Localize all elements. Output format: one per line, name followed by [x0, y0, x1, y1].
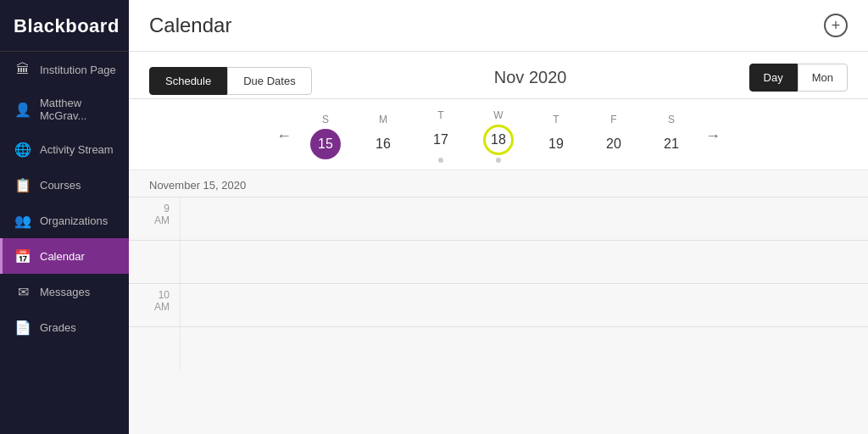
prev-week-button[interactable]: ← [267, 120, 301, 153]
day-dot-17 [438, 158, 443, 163]
sidebar-label-courses: Courses [40, 179, 81, 192]
organizations-icon: 👥 [14, 212, 31, 229]
tab-group-left: ScheduleDue Dates [149, 67, 312, 95]
time-slot-1[interactable] [180, 241, 868, 283]
sidebar-item-calendar[interactable]: 📅 Calendar [0, 238, 129, 274]
day-num-19[interactable]: 19 [541, 129, 571, 159]
tab-due-dates[interactable]: Due Dates [227, 67, 311, 95]
tab-schedule[interactable]: Schedule [149, 67, 227, 95]
main-content: Calendar + ScheduleDue Dates Nov 2020 Da… [129, 0, 868, 434]
week-days: S15M16T17W18T19F20S21 [301, 109, 696, 163]
sidebar-item-grades[interactable]: 📄 Grades [0, 309, 129, 345]
grades-icon: 📄 [14, 319, 31, 336]
sidebar-item-institution[interactable]: 🏛 Institution Page [0, 52, 129, 87]
day-col-21: S21 [647, 114, 696, 159]
sidebar-label-institution: Institution Page [40, 64, 116, 76]
sidebar-item-messages[interactable]: ✉ Messages [0, 274, 129, 309]
time-label-0: 9 AM [129, 198, 180, 226]
day-num-15[interactable]: 15 [310, 129, 341, 159]
courses-icon: 📋 [14, 176, 31, 193]
sidebar-title: Blackboard [14, 15, 120, 36]
day-num-21[interactable]: 21 [656, 129, 687, 159]
sidebar-item-courses[interactable]: 📋 Courses [0, 167, 129, 203]
view-btn-month[interactable]: Mon [798, 64, 848, 92]
tab-group-right: DayMon [749, 64, 848, 98]
day-name-19: T [553, 114, 559, 125]
time-slot-0[interactable] [180, 198, 868, 240]
page-title: Calendar [149, 14, 231, 37]
add-event-button[interactable]: + [824, 14, 848, 37]
time-label-3 [129, 327, 180, 332]
time-slot-3[interactable] [180, 327, 868, 370]
sidebar-item-user[interactable]: 👤 Matthew McGrav... [0, 87, 129, 131]
day-num-18[interactable]: 18 [483, 125, 514, 155]
day-name-17: T [437, 109, 443, 121]
month-year-label: Nov 2020 [494, 68, 567, 87]
view-btn-day[interactable]: Day [749, 64, 798, 92]
time-label-1 [129, 241, 180, 246]
activity-icon: 🌐 [14, 141, 31, 158]
day-name-20: F [610, 114, 616, 125]
day-name-15: S [322, 114, 329, 125]
sidebar-header: Blackboard [0, 0, 129, 52]
time-row-0: 9 AM [129, 197, 868, 240]
time-row-1 [129, 240, 868, 283]
sidebar-label-user: Matthew McGrav... [40, 97, 117, 122]
day-name-16: M [379, 114, 387, 125]
top-bar: Calendar + [129, 0, 868, 52]
day-name-21: S [668, 114, 675, 125]
day-col-16: M16 [359, 114, 408, 159]
sidebar-label-messages: Messages [40, 286, 90, 298]
sidebar-label-activity: Activity Stream [40, 143, 114, 156]
institution-icon: 🏛 [14, 61, 31, 78]
time-row-3 [129, 326, 868, 370]
day-col-15: S15 [301, 114, 350, 159]
day-col-18: W18 [474, 109, 523, 163]
day-num-16[interactable]: 16 [368, 129, 398, 159]
sidebar: Blackboard 🏛 Institution Page 👤 Matthew … [0, 0, 129, 434]
messages-icon: ✉ [14, 283, 31, 300]
day-col-19: T19 [531, 114, 581, 159]
time-label-2: 10 AM [129, 284, 180, 313]
day-col-17: T17 [416, 109, 465, 163]
time-row-2: 10 AM [129, 283, 868, 326]
selected-date-label: November 15, 2020 [129, 170, 868, 197]
sidebar-label-calendar: Calendar [40, 250, 85, 263]
next-week-button[interactable]: → [696, 120, 730, 153]
user-icon: 👤 [14, 101, 31, 118]
time-slot-2[interactable] [180, 284, 868, 326]
calendar-body: November 15, 2020 9 AM10 AM [129, 170, 868, 434]
calendar-week-strip: ← S15M16T17W18T19F20S21 → [129, 99, 868, 170]
tab-center: Nov 2020 [312, 78, 749, 85]
sidebar-item-activity[interactable]: 🌐 Activity Stream [0, 131, 129, 167]
day-num-17[interactable]: 17 [426, 125, 456, 155]
time-slots-container: 9 AM10 AM [129, 197, 868, 370]
day-dot-18 [496, 158, 501, 163]
sidebar-label-grades: Grades [40, 321, 76, 334]
day-name-18: W [493, 109, 503, 121]
sidebar-nav: 🏛 Institution Page 👤 Matthew McGrav... 🌐… [0, 52, 129, 345]
sidebar-label-organizations: Organizations [40, 214, 108, 227]
day-num-20[interactable]: 20 [598, 129, 629, 159]
calendar-icon: 📅 [14, 248, 31, 264]
sidebar-item-organizations[interactable]: 👥 Organizations [0, 203, 129, 238]
day-col-20: F20 [589, 114, 638, 159]
tab-bar: ScheduleDue Dates Nov 2020 DayMon [129, 52, 868, 99]
